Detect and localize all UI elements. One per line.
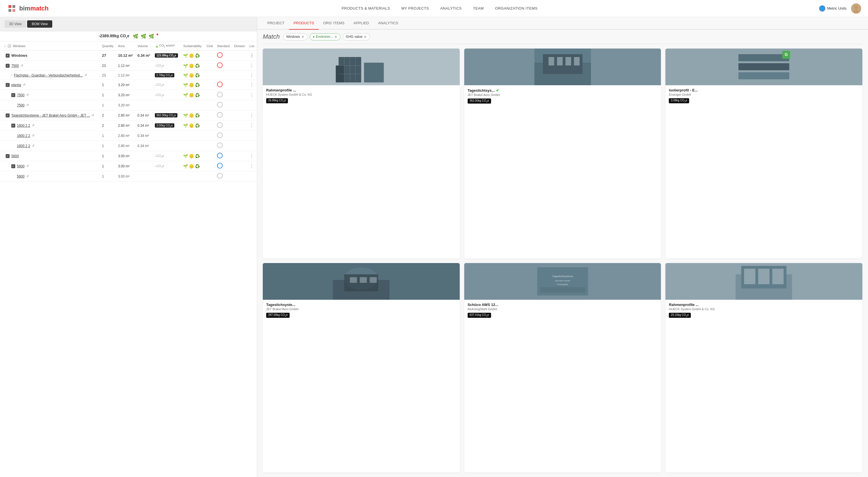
row-more[interactable]: ⋮	[248, 121, 257, 131]
history-icon[interactable]: ↺	[92, 113, 94, 117]
row-label[interactable]: 7500	[11, 64, 19, 68]
row-label[interactable]: 5600	[17, 174, 25, 178]
row-label[interactable]: 7500	[17, 103, 25, 107]
nav-my-projects[interactable]: MY PROJECTS	[401, 6, 429, 10]
nav-analytics[interactable]: ANALYTICS	[440, 6, 462, 10]
history-icon[interactable]: ↺	[23, 83, 25, 87]
more-menu-icon[interactable]: ⋮	[249, 123, 254, 128]
product-info: Rahmenprofile ... HUECK System GmbH & Co…	[665, 300, 862, 321]
filter-chip-remove[interactable]: ✕	[301, 35, 304, 39]
more-menu-icon[interactable]: ⋮	[249, 164, 254, 169]
row-label[interactable]: 5600	[11, 154, 19, 158]
product-card[interactable]: Тageslichtsysteme auf dem neuen Schaupla…	[464, 263, 661, 473]
row-label[interactable]: 1600 2 2	[17, 124, 30, 128]
row-label[interactable]: 7500	[17, 93, 25, 97]
svg-text:Тageslichtsysteme: Тageslichtsysteme	[552, 275, 573, 278]
history-icon[interactable]: ↺	[26, 174, 29, 178]
row-label[interactable]: 1600 2 2	[17, 144, 30, 148]
more-menu-icon[interactable]: ⋮	[249, 154, 254, 158]
product-card[interactable]: Rahmenprofile ... HUECK System GmbH & Co…	[263, 48, 460, 259]
more-menu-icon[interactable]: ⋮	[249, 63, 254, 68]
more-menu-icon[interactable]: ⋮	[249, 113, 254, 118]
row-more[interactable]: ⋮	[248, 161, 257, 171]
row-checkbox[interactable]	[6, 83, 10, 87]
tab-products[interactable]: PRODUCTS	[289, 17, 319, 30]
col-area: Area	[116, 41, 136, 50]
row-checkbox[interactable]	[11, 124, 15, 128]
tab-3d-view[interactable]: 3D View	[4, 20, 26, 28]
row-more[interactable]: ⋮	[248, 50, 257, 61]
svg-text:Schauplatz: Schauplatz	[557, 283, 568, 286]
more-menu-icon[interactable]: ⋮	[249, 53, 254, 58]
filter-chip-ghg[interactable]: GHG value ✕	[343, 33, 370, 40]
row-more[interactable]: ⋮	[248, 151, 257, 161]
tab-applied[interactable]: APPLIED	[349, 17, 374, 30]
row-more[interactable]: ⋮	[248, 61, 257, 71]
user-avatar[interactable]	[851, 3, 861, 13]
row-name-cell: Windows	[0, 50, 100, 61]
row-area: 2.80 m²	[116, 141, 136, 151]
filter-chip-windows[interactable]: Windows ✕	[283, 33, 307, 40]
standard-circle	[217, 62, 223, 68]
more-menu-icon[interactable]: ⋮	[249, 73, 254, 78]
row-volume	[136, 161, 153, 171]
table-row: 5600 ↺ 1 3.00 m²	[0, 171, 257, 181]
tab-bom-view[interactable]: BOM View	[27, 20, 52, 28]
leaf-icon-2: 🌿	[141, 34, 146, 39]
nav-organization-items[interactable]: ORGANIZATION ITEMS	[495, 6, 537, 10]
metric-units-selector[interactable]: 🌐 Metric Units	[819, 5, 846, 11]
sustain-coin-icon: 🪙	[189, 154, 194, 158]
filter-chip-environ[interactable]: ● Environm... ✕	[310, 33, 340, 40]
history-icon[interactable]: ↺	[32, 144, 34, 148]
row-checkbox[interactable]	[11, 93, 15, 97]
expand-icon[interactable]: ›	[11, 74, 12, 77]
more-menu-icon[interactable]: ⋮	[249, 82, 254, 87]
row-label[interactable]: Flachglas - Guardian - Verbundsicherheit…	[14, 73, 83, 77]
sustain-coin-icon: 🪙	[189, 113, 194, 118]
product-thumbnail: Тageslichtsysteme auf dem neuen Schaupla…	[464, 263, 661, 300]
tab-org-items[interactable]: ORG' ITEMS	[319, 17, 349, 30]
product-co2-badge: 3.08kg CO2e	[669, 98, 689, 103]
product-card[interactable]: Tageslichsyste... JET Brakel Aero GmbH 2…	[263, 263, 460, 473]
row-label[interactable]: 5600	[17, 164, 25, 168]
row-label[interactable]: plantsj	[11, 83, 21, 87]
row-sustainability: 🌱 🪙 ♻️	[181, 61, 205, 71]
row-checkbox[interactable]	[6, 64, 10, 68]
product-info: Rahmenprofile ... HUECK System GmbH & Co…	[263, 85, 460, 107]
row-more[interactable]: ⋮	[248, 110, 257, 121]
product-card[interactable]: G Isolierprofil - E... Ensinger GmbH 3.0…	[665, 48, 862, 259]
row-label[interactable]: 1600 2 2	[17, 134, 30, 138]
row-checkbox[interactable]	[11, 164, 15, 168]
history-icon[interactable]: ↺	[32, 124, 34, 127]
row-label[interactable]: Tageslichtsysteme - JET Brakel Aero GmbH…	[11, 113, 90, 117]
history-icon[interactable]: ↺	[26, 103, 29, 107]
logo[interactable]: bimmatch	[7, 3, 49, 13]
row-more[interactable]: ⋮	[248, 80, 257, 90]
more-menu-icon[interactable]: ⋮	[249, 93, 254, 97]
row-checkbox[interactable]	[6, 113, 10, 117]
svg-rect-3	[12, 9, 15, 12]
row-checkbox[interactable]	[6, 54, 10, 58]
row-more[interactable]: ⋮	[248, 71, 257, 80]
tab-project[interactable]: PROJECT	[263, 17, 289, 30]
row-checkbox[interactable]	[6, 154, 10, 158]
row-more[interactable]: ⋮	[248, 90, 257, 100]
row-area: 3.20 m²	[116, 80, 136, 90]
table-row: 1600 2 2 ↺ 1 2.80 m² 0.34 m³	[0, 131, 257, 141]
nav-products-materials[interactable]: PRODUCTS & MATERIALS	[342, 6, 390, 10]
filter-chip-remove[interactable]: ✕	[364, 35, 367, 39]
history-icon[interactable]: ↺	[26, 164, 29, 168]
product-card[interactable]: Tageslichtsys... ✔ JET Brakel Aero GmbH …	[464, 48, 661, 259]
history-icon[interactable]: ↺	[32, 134, 34, 137]
product-co2-badge: 287.00kg CO2e	[266, 313, 290, 318]
tab-analytics[interactable]: ANALYTICS	[374, 17, 403, 30]
nav-team[interactable]: TEAM	[473, 6, 484, 10]
back-arrow[interactable]: ‹	[4, 44, 6, 48]
table-row: 7500 ↺ 23 1.12 m² –CO2e 🌱 🪙 ♻	[0, 61, 257, 71]
history-icon[interactable]: ↺	[85, 73, 87, 77]
history-icon[interactable]: ↺	[21, 64, 23, 67]
history-icon[interactable]: ↺	[26, 93, 29, 97]
row-name-cell: Tageslichtsysteme - JET Brakel Aero GmbH…	[0, 110, 100, 121]
product-card[interactable]: Rahmenprofile ... HUECK System GmbH & Co…	[665, 263, 862, 473]
filter-chip-remove[interactable]: ✕	[334, 35, 337, 39]
